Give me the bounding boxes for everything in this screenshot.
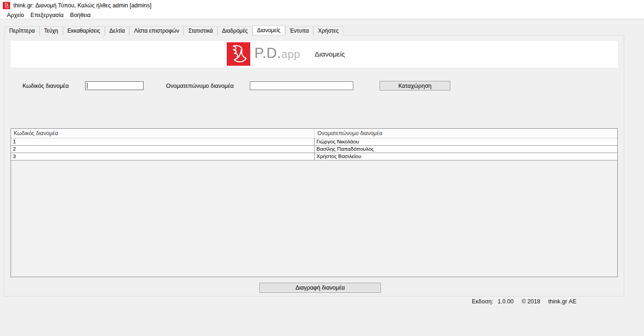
cell-code: 3 [11, 153, 315, 160]
application-window: { "window": { "title": "think.gr: Διανομ… [0, 0, 644, 336]
table-body: 1 Γιώργος Νικολάου 2 Βασίλης Παπαδόπουλο… [11, 138, 617, 160]
name-input[interactable] [250, 81, 353, 90]
copyright-text: © 2018 [522, 298, 540, 305]
table-row[interactable]: 2 Βασίλης Παπαδόπουλος [11, 146, 617, 153]
cell-name: Γιώργος Νικολάου [315, 138, 617, 145]
column-header-code[interactable]: Κωδικός διανομέα [11, 129, 315, 138]
tab-Διαδρομές[interactable]: Διαδρομές [218, 26, 253, 35]
code-input[interactable] [85, 81, 144, 90]
tab-Δελτία[interactable]: Δελτία [105, 26, 130, 35]
banner: P.D.app Διανομείς [11, 41, 618, 68]
menu-item-Επεξεργασία[interactable]: Επεξεργασία [27, 12, 67, 18]
logo-text-secondary: app [281, 48, 300, 60]
winged-shoe-logo-icon [227, 42, 250, 66]
version-label: Εκδοση: [472, 298, 493, 305]
company-name: think.gr ΑΕ [548, 298, 576, 305]
tab-Περίπτερα[interactable]: Περίπτερα [5, 26, 40, 35]
version-value: 1.0.00 [498, 298, 514, 305]
tab-strip: Περίπτερα Τεύχη Εκκαθαρίσεις Δελτία Λίστ… [5, 25, 343, 35]
menu-bar: Αρχείο Επεξεργασία Βοήθεια [0, 11, 644, 19]
window-title: think.gr: Διανομή Τύπου, Καλώς ήλθες adm… [13, 2, 151, 9]
tab-Στατιστικά[interactable]: Στατιστικά [184, 26, 217, 35]
tab-Χρήστες[interactable]: Χρήστες [313, 26, 343, 35]
name-label: Ονοματεπώνυμο διανομέα [166, 83, 234, 89]
text-cursor [87, 83, 87, 89]
cell-name: Βασίλης Παπαδόπουλος [315, 146, 617, 153]
tab-Τεύχη[interactable]: Τεύχη [40, 26, 63, 35]
page-title: Διανομείς [315, 50, 345, 58]
status-footer: Εκδοση: 1.0.00 © 2018 think.gr ΑΕ [0, 298, 576, 305]
cell-code: 2 [11, 146, 315, 153]
tab-Έντυπα[interactable]: Έντυπα [285, 26, 314, 35]
cell-code: 1 [11, 138, 315, 145]
table-row[interactable]: 3 Χρήστος Βασιλείου [11, 153, 617, 160]
delete-button[interactable]: Διαγραφή διανομέα [259, 283, 381, 293]
tab-Λίστα επιστροφών[interactable]: Λίστα επιστροφών [129, 26, 184, 35]
cell-name: Χρήστος Βασιλείου [315, 153, 617, 160]
winged-shoe-app-icon [3, 2, 10, 9]
tab-Εκκαθαρίσεις[interactable]: Εκκαθαρίσεις [63, 26, 105, 35]
distributors-table: Κωδικός διανομέα Ονοματεπώνυμο διανομέα … [11, 128, 618, 277]
column-header-name[interactable]: Ονοματεπώνυμο διανομέα [315, 129, 617, 138]
menu-item-Βοήθεια[interactable]: Βοήθεια [67, 12, 94, 18]
tab-Διανομείς[interactable]: Διανομείς [253, 25, 285, 35]
table-row[interactable]: 1 Γιώργος Νικολάου [11, 138, 617, 146]
table-header-row: Κωδικός διανομέα Ονοματεπώνυμο διανομέα [11, 129, 617, 138]
tab-panel: P.D.app Διανομείς Κωδικός διανομέα Ονομα… [4, 35, 624, 296]
code-label: Κωδικός διανομέα [23, 83, 69, 89]
logo-text-primary: P.D. [254, 45, 281, 61]
menu-item-Αρχείο[interactable]: Αρχείο [4, 12, 27, 18]
logo-wordmark: P.D.app [254, 45, 300, 62]
submit-button[interactable]: Καταχώρηση [380, 81, 450, 91]
title-bar: think.gr: Διανομή Τύπου, Καλώς ήλθες adm… [0, 0, 644, 11]
